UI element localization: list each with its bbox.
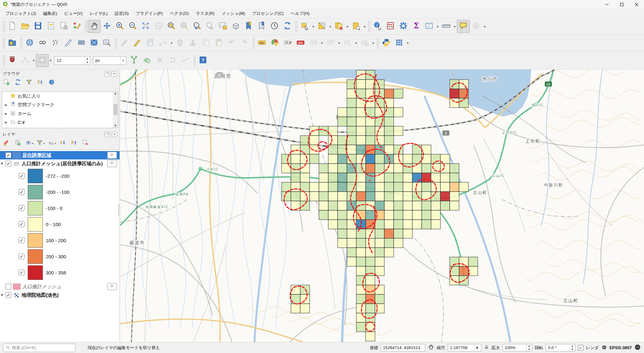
highlight-pinned-labels-button[interactable]: abc (294, 37, 307, 50)
dock-resize-handle[interactable] (118, 204, 120, 215)
pan-to-selection-button[interactable] (101, 20, 113, 33)
legend-checkbox[interactable]: ✓ (19, 205, 24, 211)
layer-diagram-button[interactable] (268, 37, 281, 50)
toolbar-drag-handle[interactable] (376, 37, 379, 49)
layout-manager-button[interactable] (57, 20, 70, 33)
zoom-out-button[interactable] (126, 20, 139, 33)
scale-combobox[interactable]: 1:187708 ▾ (448, 344, 481, 351)
collapse-all-layers-button[interactable] (70, 139, 78, 147)
snapping-advanced-button[interactable] (36, 54, 49, 67)
layer-item-population-mesh-zone-only[interactable]: ▼✓人口推計メッシュ(居住誘導区域のみ) (0, 159, 120, 168)
attribute-table-button[interactable] (423, 20, 436, 33)
close-button[interactable] (629, 0, 644, 9)
select-features-button[interactable] (298, 20, 311, 33)
layer-styling-button[interactable] (3, 139, 10, 147)
menu-3[interactable]: レイヤ(L) (86, 9, 111, 18)
snapping-mode-dropdown[interactable]: ▾ (32, 54, 36, 67)
browser-item-1[interactable]: ▶空間ブックマーク (2, 100, 113, 109)
pan-map-button[interactable] (88, 20, 101, 33)
add-selected-layer-button[interactable] (3, 79, 10, 87)
rotate-label-dropdown[interactable]: ▾ (337, 37, 341, 49)
snapping-unit-combobox[interactable]: px▾ (93, 56, 126, 65)
filter-browser-button[interactable] (25, 79, 33, 87)
maximize-button[interactable] (614, 0, 629, 9)
manage-visibility-dropdown[interactable]: ▾ (32, 142, 34, 145)
coordinate-display-toggle-icon[interactable] (428, 344, 434, 351)
legend-swatch[interactable] (28, 201, 43, 215)
data-source-manager-button[interactable] (6, 37, 19, 50)
layers-close-button[interactable]: ✕ (112, 132, 117, 137)
messages-bubble-icon[interactable] (634, 344, 641, 351)
legend-swatch[interactable] (28, 169, 43, 183)
refresh-browser-button[interactable] (14, 79, 22, 87)
georeferencer-button[interactable] (101, 37, 113, 50)
menu-2[interactable]: ビュー(V) (61, 9, 86, 18)
memory-layer-indicator[interactable] (107, 283, 117, 290)
legend-swatch[interactable] (28, 217, 43, 232)
grid-xy-button[interactable] (88, 37, 101, 50)
layer-checkbox[interactable]: ✓ (5, 161, 11, 167)
snapping-tolerance-spinbox[interactable]: 12▲▼ (54, 56, 90, 65)
toolbar-drag-handle[interactable] (2, 55, 5, 66)
toolbar-drag-handle[interactable] (193, 55, 196, 66)
layer-item-gsi-basemap[interactable]: ▼✓地理院地図(淡色) (0, 291, 120, 299)
zoom-to-selection-button[interactable] (165, 20, 178, 33)
legend-checkbox[interactable]: ✓ (19, 173, 24, 179)
select-by-value-button[interactable] (350, 20, 362, 33)
search-input[interactable]: 検索 (Ctrl+K) (3, 344, 75, 352)
move-label-dropdown[interactable]: ▾ (320, 37, 324, 49)
crs-globe-icon[interactable] (601, 345, 607, 351)
topological-editing-button[interactable] (128, 54, 140, 67)
statistical-summary-button[interactable] (384, 20, 397, 33)
layer-item-residential-zone[interactable]: ✓居住誘導区域 (0, 151, 120, 159)
select-by-form-button[interactable] (332, 20, 345, 33)
new-bookmark-button[interactable] (242, 20, 255, 33)
legend-swatch[interactable] (28, 185, 43, 199)
map-canvas[interactable]: 88E8 高岡市射水市滑川市上市町中新川郡立山町立山町砺波市小杉IC高岡PA高岡… (120, 70, 644, 342)
layers-float-button[interactable]: ❐ (105, 132, 110, 137)
legend-checkbox[interactable]: ✓ (19, 189, 24, 195)
sum-features-button[interactable]: Σ (410, 20, 423, 33)
menu-1[interactable]: 編集(E) (40, 9, 61, 18)
filter-legend-dropdown[interactable]: ▾ (43, 142, 45, 145)
processing-grid-button[interactable] (393, 37, 406, 50)
browser-scrollbar[interactable]: ▲▼ (113, 91, 118, 128)
toolbar-drag-handle[interactable] (2, 37, 5, 49)
db-manager-button[interactable] (23, 37, 36, 50)
show-bookmarks-button[interactable] (255, 20, 268, 33)
filter-expression-dropdown[interactable]: ▾ (55, 142, 56, 145)
processing-toolbox-button[interactable] (397, 20, 410, 33)
run-last-algorithm-dropdown[interactable]: ▾ (483, 20, 487, 33)
measure-dropdown[interactable]: ▾ (453, 20, 457, 33)
select-features-dropdown[interactable]: ▾ (311, 20, 315, 33)
toolbar-drag-handle[interactable] (84, 21, 87, 32)
python-console-button[interactable] (380, 37, 393, 50)
toggle-editing-button[interactable] (131, 37, 144, 50)
point-cloud-button[interactable] (49, 37, 62, 50)
add-group-button[interactable] (14, 139, 22, 147)
style-manager-button[interactable] (70, 20, 83, 33)
label-properties-dropdown[interactable]: ▾ (371, 37, 375, 49)
menu-4[interactable]: 設定(S) (111, 9, 132, 18)
menu-9[interactable]: プロセシング(C) (249, 9, 287, 18)
legend-checkbox[interactable]: ✓ (19, 237, 24, 243)
change-label-dropdown[interactable]: ▾ (354, 37, 358, 49)
zoom-in-button[interactable] (113, 20, 126, 33)
metasearch-button[interactable] (36, 37, 49, 50)
legend-swatch[interactable] (28, 265, 43, 280)
new-project-button[interactable] (6, 20, 19, 33)
toolbar-drag-handle[interactable] (252, 37, 255, 49)
legend-checkbox[interactable]: ✓ (19, 270, 24, 275)
identify-features-button[interactable]: i (371, 20, 384, 33)
browser-item-2[interactable]: ▶ホーム (2, 109, 113, 118)
menu-7[interactable]: ラスタ(R) (192, 9, 218, 18)
legend-swatch[interactable] (28, 233, 43, 248)
browser-close-button[interactable]: ✕ (111, 71, 117, 77)
attribute-table-dropdown[interactable]: ▾ (436, 20, 440, 33)
open-project-button[interactable] (19, 20, 32, 33)
map-tips-button[interactable] (457, 20, 470, 33)
zoom-last-button[interactable] (191, 20, 204, 33)
mesh-layer-button[interactable] (75, 37, 88, 50)
memory-layer-indicator[interactable] (107, 152, 117, 159)
crs-value[interactable]: EPSG:3857 (610, 345, 632, 350)
